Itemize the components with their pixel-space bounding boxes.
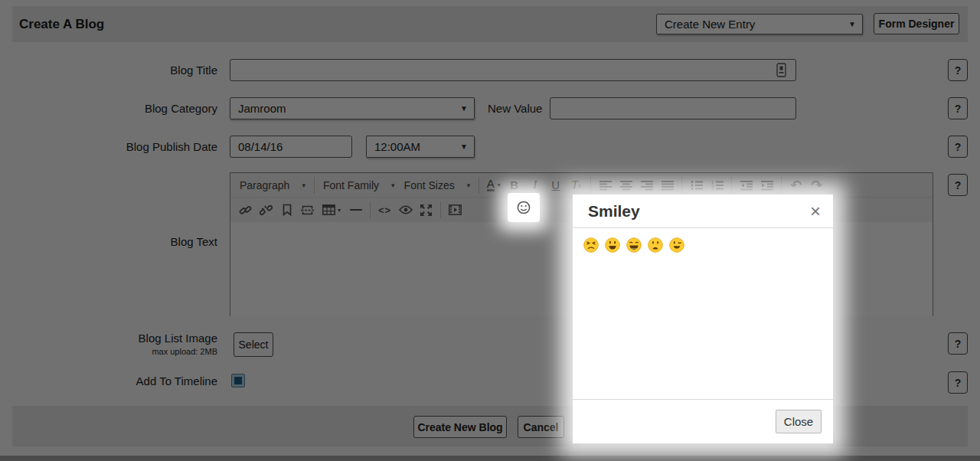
smiley-wink-icon[interactable]: [669, 237, 684, 253]
smiley-dialog-body: [573, 228, 833, 399]
smiley-grin-icon[interactable]: [605, 237, 620, 253]
smiley-dialog: Smiley × Close: [573, 195, 833, 443]
smiley-laugh-icon[interactable]: [626, 237, 642, 253]
close-icon[interactable]: ×: [810, 202, 821, 221]
smiley-angry-icon[interactable]: [583, 237, 599, 253]
smiley-button[interactable]: [508, 193, 540, 222]
smiley-dialog-header: Smiley ×: [573, 195, 833, 228]
create-blog-page: Create A Blog Create New Entry ▼ Form De…: [0, 0, 980, 461]
smiley-dialog-title: Smiley: [588, 202, 640, 221]
smiley-dialog-footer: Close: [573, 399, 833, 443]
smiley-icon: [517, 201, 531, 214]
modal-close-button[interactable]: Close: [776, 410, 822, 433]
smiley-frown-icon[interactable]: [648, 237, 663, 253]
modal-dim-overlay[interactable]: [0, 0, 980, 461]
